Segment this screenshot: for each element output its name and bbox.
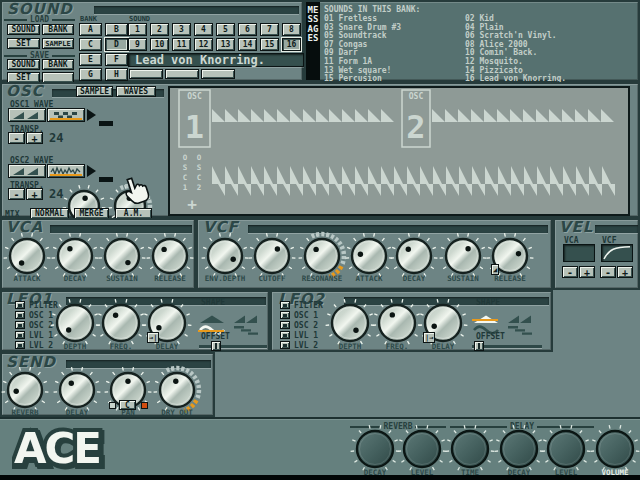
vel-vca-plus-button[interactable]: +	[579, 266, 595, 278]
bank-button-d[interactable]: D	[105, 38, 128, 51]
vel-vcf-plus-button[interactable]: +	[617, 266, 633, 278]
load-bank-button[interactable]: BANK	[42, 24, 74, 35]
knob-label: RELEASE	[468, 274, 552, 283]
checkbox-lvl-2[interactable]	[280, 341, 290, 349]
osc1-transp-plus-button[interactable]: +	[26, 132, 43, 144]
bank-button-b[interactable]: B	[105, 23, 128, 36]
sound-button-13[interactable]: 13	[216, 38, 235, 51]
checkbox-lvl-1[interactable]	[15, 331, 25, 339]
svg-text:C: C	[197, 173, 202, 182]
vel-vcf-minus-button[interactable]: -	[600, 266, 616, 278]
vcf-release-knob[interactable]: RELEASE◢	[482, 228, 538, 284]
waves-mode-button[interactable]: WAVES	[116, 86, 156, 97]
messages-vertical-label: MESSAGES	[306, 2, 320, 80]
tri-shape-button[interactable]	[198, 310, 226, 321]
sound-button-5[interactable]: 5	[216, 23, 235, 36]
checkbox-osc-2[interactable]	[280, 321, 290, 329]
saw-shape-button[interactable]	[232, 310, 260, 321]
save-sound-button[interactable]: SOUND	[7, 59, 40, 70]
osc1-wave-sample-button[interactable]	[47, 108, 85, 122]
lfo1-offset-slider-handle[interactable]	[211, 341, 221, 351]
bank-button-h[interactable]: H	[105, 68, 128, 81]
checkbox-lvl-2[interactable]	[15, 341, 25, 349]
checkbox-filter[interactable]	[280, 301, 290, 309]
sound-button-10[interactable]: 10	[150, 38, 169, 51]
checkbox-filter[interactable]	[15, 301, 25, 309]
lfo2-delay-knob[interactable]: DELAY|→	[414, 294, 472, 352]
sound-button-7[interactable]: 7	[260, 23, 279, 36]
lfo1-shape-label: SHAPE	[201, 298, 225, 307]
bank-button-g[interactable]: G	[79, 68, 102, 81]
bank-button-c[interactable]: C	[79, 38, 102, 51]
send-dryout-knob[interactable]: DRY OUT	[149, 362, 205, 418]
sound-button-9[interactable]: 9	[128, 38, 147, 51]
sound-button-2[interactable]: 2	[150, 23, 169, 36]
save-bank-button[interactable]: BANK	[42, 59, 74, 70]
osc1-transp-value: 24	[49, 131, 63, 145]
svg-text:OSC: OSC	[187, 92, 202, 101]
svg-text:1: 1	[183, 183, 188, 192]
sound-button-11[interactable]: 11	[172, 38, 191, 51]
blank-button-blank[interactable]	[165, 69, 199, 79]
load-set-button[interactable]: SET	[7, 38, 40, 49]
sq-shape-button[interactable]	[506, 321, 534, 332]
checkbox-row: OSC 1	[280, 311, 323, 319]
sound-button-8[interactable]: 8	[282, 23, 301, 36]
osc1-transp-minus-button[interactable]: -	[8, 132, 25, 144]
saw-shape-button[interactable]	[506, 310, 534, 321]
tol-icon[interactable]: →|	[147, 332, 159, 343]
checkbox-osc-2[interactable]	[15, 321, 25, 329]
vel-vca-minus-button[interactable]: -	[562, 266, 578, 278]
checkbox-label: LVL 1	[294, 331, 318, 340]
checkbox-row: OSC 2	[280, 321, 323, 329]
bank-button-e[interactable]: E	[79, 53, 102, 66]
osc2-wave-noise-button[interactable]	[47, 164, 85, 178]
sound-button-15[interactable]: 15	[260, 38, 279, 51]
checkbox-osc-1[interactable]	[280, 311, 290, 319]
checkbox-lvl-1[interactable]	[280, 331, 290, 339]
checkbox-label: FILTER	[294, 301, 323, 310]
sound-button-16[interactable]: 16	[282, 38, 301, 51]
pan-left-marker	[109, 402, 116, 409]
lfo2-shape-selector	[472, 310, 534, 332]
pan-right-marker	[141, 402, 148, 409]
blank-button-blank[interactable]	[201, 69, 235, 79]
load-sample-button[interactable]: SAMPLE	[42, 38, 74, 49]
tor-icon[interactable]: |→	[423, 332, 435, 343]
selected-wave-indicator	[50, 174, 82, 176]
ramp-icon[interactable]: ◢	[491, 264, 499, 275]
osc1-route-arrow	[87, 109, 96, 121]
messages-header: SOUNDS IN THIS BANK:	[324, 5, 420, 14]
blank-button-blank[interactable]	[129, 69, 163, 79]
synth-screen: SOUND LOAD SOUND BANK SET SAMPLE SAVE SO…	[0, 0, 640, 480]
sample-mode-button[interactable]: SAMPLE	[76, 86, 113, 97]
tri-shape-button[interactable]	[472, 310, 500, 321]
sound-button-1[interactable]: 1	[128, 23, 147, 36]
sine-shape-button[interactable]	[198, 321, 226, 332]
lfo1-offset-label: OFFSET	[201, 332, 230, 341]
load-group-label: LOAD	[4, 15, 75, 24]
sound-button-12[interactable]: 12	[194, 38, 213, 51]
bank-button-grid: ABCDEFGH	[79, 23, 128, 81]
sq-shape-button[interactable]	[232, 321, 260, 332]
sound-button-6[interactable]: 6	[238, 23, 257, 36]
load-sound-button[interactable]: SOUND	[7, 24, 40, 35]
vel-vcf-display	[601, 244, 633, 262]
lfo1-delay-knob[interactable]: DELAY→|	[138, 294, 196, 352]
osc2-transp-plus-button[interactable]: +	[26, 188, 43, 200]
sine-shape-button[interactable]	[472, 321, 500, 332]
checkbox-osc-1[interactable]	[15, 311, 25, 319]
sound-button-4[interactable]: 4	[194, 23, 213, 36]
master-volume-knob[interactable]: VOLUME	[586, 420, 640, 478]
osc1-wave-saw-button[interactable]	[8, 108, 46, 122]
pan-center-button[interactable]: C	[119, 400, 136, 410]
bank-button-a[interactable]: A	[79, 23, 102, 36]
sound-button-14[interactable]: 14	[238, 38, 257, 51]
checkbox-label: OSC 2	[294, 321, 318, 330]
selected-wave-indicator	[50, 118, 82, 120]
osc2-transp-minus-button[interactable]: -	[8, 188, 25, 200]
bank-button-f[interactable]: F	[105, 53, 128, 66]
osc2-wave-saw-button[interactable]	[8, 164, 46, 178]
svg-text:1: 1	[185, 108, 204, 146]
sound-button-3[interactable]: 3	[172, 23, 191, 36]
